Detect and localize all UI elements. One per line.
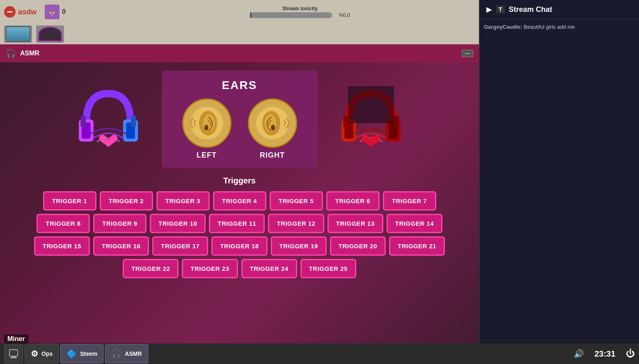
asmr-label: ASMR <box>125 350 142 357</box>
ops-app-button[interactable]: ⚙ Ops <box>25 344 59 363</box>
svg-point-2 <box>9 11 11 13</box>
trigger-button[interactable]: TRIGGER 5 <box>270 191 323 211</box>
svg-point-16 <box>204 125 208 130</box>
chat-username: GargoyCaudle: <box>484 24 522 30</box>
triggers-title: Triggers <box>223 176 256 185</box>
svg-rect-31 <box>10 357 17 358</box>
steem-icon: 🔷 <box>66 349 77 359</box>
ops-label: Ops <box>41 350 53 357</box>
logo-icon <box>4 6 16 18</box>
ears-row: LEFT <box>182 98 297 160</box>
ears-center: EARS <box>162 71 318 168</box>
chat-title: Stream Chat <box>509 5 552 14</box>
svg-rect-28 <box>393 116 399 127</box>
asmr-icon: 🎧 <box>111 349 121 359</box>
left-ear-label: LEFT <box>197 151 217 160</box>
trigger-button[interactable]: TRIGGER 21 <box>389 236 445 256</box>
trigger-button[interactable]: TRIGGER 19 <box>271 236 327 256</box>
trigger-row: TRIGGER 8TRIGGER 9TRIGGER 10TRIGGER 11TR… <box>37 214 442 233</box>
right-ear-label: RIGHT <box>260 151 285 160</box>
trigger-button[interactable]: TRIGGER 10 <box>150 214 206 233</box>
trigger-button[interactable]: TRIGGER 20 <box>330 236 386 256</box>
volume-control[interactable]: 🔊 <box>574 349 584 359</box>
trigger-button[interactable]: TRIGGER 12 <box>268 214 324 233</box>
cat-icon <box>45 5 60 19</box>
svg-rect-30 <box>11 356 16 357</box>
app-title: asdw <box>18 8 37 16</box>
left-ear-circle <box>182 98 231 148</box>
panel-header-icon: 🎧 <box>6 48 16 58</box>
trigger-button[interactable]: TRIGGER 3 <box>156 191 210 211</box>
svg-point-5 <box>53 12 55 14</box>
clock-display: 23:31 <box>591 349 619 359</box>
ears-section: EARS <box>8 71 471 168</box>
trigger-button[interactable]: TRIGGER 15 <box>34 236 90 256</box>
bottom-right: 🔊 23:31 ⏻ <box>574 348 635 359</box>
svg-rect-27 <box>343 116 348 127</box>
trigger-button[interactable]: TRIGGER 13 <box>328 214 383 233</box>
taskbar-icon[interactable] <box>4 344 23 363</box>
trigger-button[interactable]: TRIGGER 6 <box>326 191 380 211</box>
trigger-button[interactable]: TRIGGER 22 <box>123 259 179 278</box>
chat-message: GargoyCaudle: Beautiful girls add me <box>484 23 635 31</box>
panel-header: 🎧 ASMR — <box>0 44 479 62</box>
svg-marker-3 <box>48 8 56 15</box>
svg-rect-29 <box>9 350 18 356</box>
toxicity-bar-fill <box>250 12 252 18</box>
triggers-section: Triggers TRIGGER 1TRIGGER 2TRIGGER 3TRIG… <box>8 176 471 278</box>
headphone-right <box>330 78 412 160</box>
trigger-button[interactable]: TRIGGER 1 <box>43 191 96 211</box>
thumbnail-headphone[interactable] <box>36 25 64 43</box>
chat-t-badge: T <box>496 5 505 14</box>
trigger-button[interactable]: TRIGGER 18 <box>211 236 267 256</box>
trigger-button[interactable]: TRIGGER 4 <box>213 191 266 211</box>
chat-messages: GargoyCaudle: Beautiful girls add me <box>480 19 639 340</box>
trigger-row: TRIGGER 22TRIGGER 23TRIGGER 24TRIGGER 25 <box>123 259 356 278</box>
trigger-button[interactable]: TRIGGER 17 <box>152 236 208 256</box>
cat-section: 0 <box>45 5 66 19</box>
trigger-button[interactable]: TRIGGER 7 <box>383 191 436 211</box>
volume-icon: 🔊 <box>574 349 584 359</box>
trigger-button[interactable]: TRIGGER 24 <box>241 259 297 278</box>
headphone-left <box>67 78 149 160</box>
toxicity-section: Stream toxicity %0,0 <box>74 6 526 18</box>
panel-header-title: ASMR <box>20 50 39 57</box>
svg-point-21 <box>271 125 275 130</box>
triggers-grid: TRIGGER 1TRIGGER 2TRIGGER 3TRIGGER 4TRIG… <box>8 191 471 278</box>
left-ear-button[interactable]: LEFT <box>182 98 231 160</box>
trigger-button[interactable]: TRIGGER 25 <box>300 259 356 278</box>
steem-app-button[interactable]: 🔷 Steem <box>60 344 103 363</box>
trigger-row: TRIGGER 1TRIGGER 2TRIGGER 3TRIGGER 4TRIG… <box>43 191 436 211</box>
toxicity-label: Stream toxicity <box>282 6 318 11</box>
asmr-content: EARS <box>0 62 479 364</box>
trigger-button[interactable]: TRIGGER 16 <box>93 236 149 256</box>
chat-header: ▶ T Stream Chat <box>480 0 639 19</box>
svg-point-4 <box>50 12 51 14</box>
trigger-button[interactable]: TRIGGER 23 <box>182 259 238 278</box>
toxicity-bar <box>250 12 332 18</box>
trigger-button[interactable]: TRIGGER 8 <box>37 214 90 233</box>
power-button[interactable]: ⏻ <box>626 348 635 359</box>
cat-count: 0 <box>62 8 66 16</box>
right-ear-circle <box>248 98 297 148</box>
main-content: 🎧 ASMR — <box>0 44 479 364</box>
asmr-app-button[interactable]: 🎧 ASMR <box>105 344 148 363</box>
miner-label: Miner <box>4 334 28 343</box>
minimize-button[interactable]: — <box>462 50 473 57</box>
app-logo: asdw <box>4 6 37 18</box>
toxicity-percent: %0,0 <box>339 12 350 18</box>
svg-rect-10 <box>80 116 86 127</box>
bottom-bar: ⚙ Ops 🔷 Steem 🎧 ASMR 🔊 23:31 ⏻ <box>0 343 639 364</box>
svg-rect-26 <box>348 86 394 123</box>
thumbnail-monitor[interactable] <box>4 25 32 43</box>
headphone-thumb <box>38 26 62 42</box>
chat-play-icon: ▶ <box>486 5 492 14</box>
monitor-thumb <box>6 26 30 42</box>
right-ear-button[interactable]: RIGHT <box>248 98 297 160</box>
thumbnail-strip <box>0 24 479 44</box>
trigger-button[interactable]: TRIGGER 14 <box>387 214 442 233</box>
svg-rect-11 <box>131 116 136 127</box>
trigger-button[interactable]: TRIGGER 2 <box>100 191 153 211</box>
trigger-button[interactable]: TRIGGER 9 <box>93 214 147 233</box>
trigger-button[interactable]: TRIGGER 11 <box>209 214 265 233</box>
